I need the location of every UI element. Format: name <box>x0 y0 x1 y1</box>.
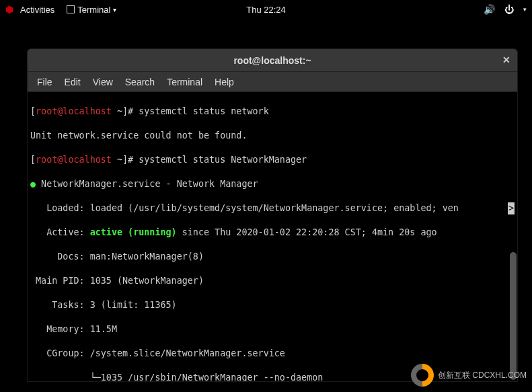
terminal-window: root@localhost:~ ✕ File Edit View Search… <box>27 48 518 382</box>
prompt-line: [root@localhost ~]# systemctl status Net… <box>30 154 515 166</box>
menu-view[interactable]: View <box>93 77 113 87</box>
terminal-icon <box>67 5 75 13</box>
menu-search[interactable]: Search <box>125 77 155 87</box>
output-line: Main PID: 1035 (NetworkManager) <box>30 275 515 287</box>
activities-button[interactable]: Activities <box>20 5 54 15</box>
gnome-top-panel: ⬢ Activities Terminal ▾ Thu 22:24 🔊 ⏻ ▾ <box>0 0 532 19</box>
output-line: Memory: 11.5M <box>30 323 515 336</box>
window-titlebar[interactable]: root@localhost:~ ✕ <box>28 49 517 72</box>
close-icon[interactable]: ✕ <box>502 54 510 65</box>
output-line: Unit network.service could not be found. <box>30 130 515 142</box>
terminal-output[interactable]: [root@localhost ~]# systemctl status net… <box>28 92 517 381</box>
power-icon[interactable]: ⏻ <box>504 4 514 15</box>
app-indicator[interactable]: Terminal ▾ <box>67 5 116 15</box>
distro-logo-icon: ⬢ <box>5 4 13 15</box>
watermark-text: 创新互联 CDCXHL.COM <box>438 371 527 380</box>
menu-file[interactable]: File <box>37 77 52 87</box>
overflow-indicator-icon: > <box>508 202 515 214</box>
volume-icon[interactable]: 🔊 <box>484 4 495 15</box>
watermark-logo-icon <box>411 364 434 387</box>
output-line: Tasks: 3 (limit: 11365) <box>30 299 515 311</box>
watermark: 创新互联 CDCXHL.COM <box>411 364 527 387</box>
output-line: Loaded: loaded (/usr/lib/systemd/system/… <box>30 202 515 214</box>
output-line: Active: active (running) since Thu 2020-… <box>30 227 515 239</box>
chevron-down-icon: ▾ <box>113 6 116 13</box>
output-line: Docs: man:NetworkManager(8) <box>30 251 515 263</box>
window-title: root@localhost:~ <box>233 55 311 66</box>
panel-clock[interactable]: Thu 22:24 <box>246 5 286 15</box>
chevron-down-icon[interactable]: ▾ <box>523 6 527 13</box>
menubar: File Edit View Search Terminal Help <box>28 72 517 92</box>
scrollbar[interactable] <box>510 252 517 380</box>
prompt-line: [root@localhost ~]# systemctl status net… <box>30 106 515 118</box>
output-line: CGroup: /system.slice/NetworkManager.ser… <box>30 348 515 360</box>
output-line: ● NetworkManager.service - Network Manag… <box>30 178 515 190</box>
menu-terminal[interactable]: Terminal <box>167 77 202 87</box>
menu-edit[interactable]: Edit <box>65 77 81 87</box>
menu-help[interactable]: Help <box>215 77 234 87</box>
app-indicator-label: Terminal <box>77 5 110 15</box>
status-dot-icon: ● <box>30 179 36 189</box>
